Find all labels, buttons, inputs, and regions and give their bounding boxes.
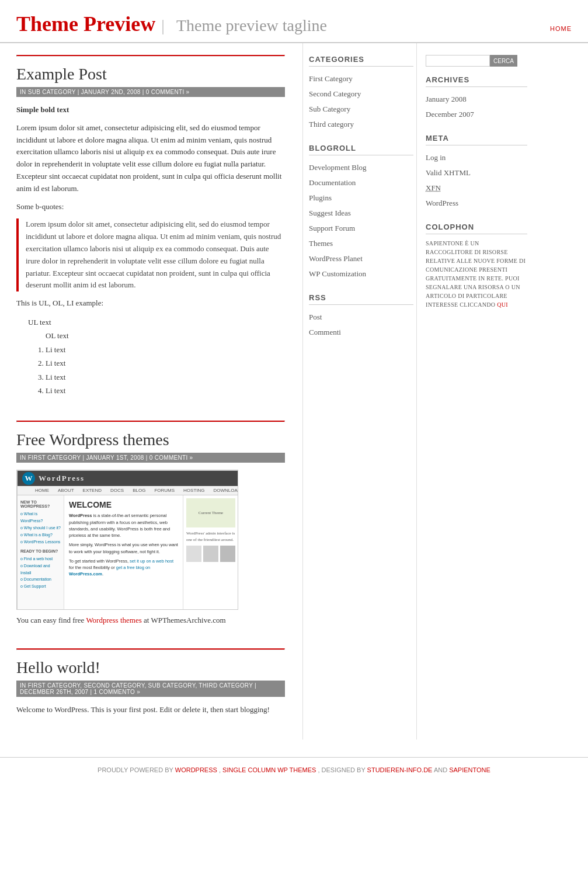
list-item: UL text OL text Li text Li text Li text … xyxy=(28,315,285,397)
list-item: Log in xyxy=(426,150,527,165)
category-link[interactable]: Third category xyxy=(309,120,354,129)
list-item: Li text xyxy=(46,356,285,370)
list-item: Documentation xyxy=(309,175,413,190)
blogroll-link[interactable]: Documentation xyxy=(309,178,356,187)
list-item: First Category xyxy=(309,71,413,86)
meta-link-xfn[interactable]: XFN xyxy=(426,183,441,192)
archive-link[interactable]: December 2007 xyxy=(426,110,474,119)
post-3: Hello world! IN FIRST CATEGORY, SECOND C… xyxy=(16,648,285,716)
list-item: WordPress Planet xyxy=(309,251,413,266)
footer-link-sapientone[interactable]: SAPIENTONE xyxy=(449,766,490,773)
list-item: January 2008 xyxy=(426,92,527,107)
rss-link[interactable]: Commenti xyxy=(309,328,341,336)
rss-heading: RSS xyxy=(309,293,413,305)
post-2-body: You can easy find free Wordpress themes … xyxy=(16,616,285,625)
archives-section: ARCHIVES January 2008 December 2007 xyxy=(426,75,527,122)
category-link[interactable]: Sub Category xyxy=(309,105,350,113)
post-3-meta: IN FIRST CATEGORY, SECOND CATEGORY, SUB … xyxy=(16,681,285,697)
search-input[interactable] xyxy=(426,55,490,67)
post-1-bold: Simple bold text xyxy=(16,104,285,116)
wp-nav-download: DOWNLOAD xyxy=(214,488,239,493)
blogroll-section: BLOGROLL Development Blog Documentation … xyxy=(309,144,413,282)
list-item: o WordPress Lessons xyxy=(20,539,61,546)
post-1-ul: UL text OL text Li text Li text Li text … xyxy=(28,315,285,397)
post-2-title: Free Wordpress themes xyxy=(16,431,285,449)
sidebar-left: CATEGORIES First Category Second Categor… xyxy=(302,43,413,740)
site-title: Theme Preview xyxy=(16,12,155,36)
meta-heading: META xyxy=(426,134,527,145)
list-item: o What is WordPress? xyxy=(20,511,61,525)
nav-home-link[interactable]: HOME xyxy=(550,25,572,32)
post-1-li-list: Li text Li text Li text Li text xyxy=(46,343,285,398)
colophon-section: COLOPHON SAPIENTONE È UN RACCOGLITORE DI… xyxy=(426,223,527,309)
post-divider-1 xyxy=(16,55,285,57)
blogroll-link[interactable]: Support Forum xyxy=(309,224,355,232)
wp-wordmark: WordPress xyxy=(39,474,85,483)
archives-heading: ARCHIVES xyxy=(426,75,527,87)
colophon-text: SAPIENTONE È UN RACCOGLITORE DI RISORSE … xyxy=(426,239,527,309)
list-item: Plugins xyxy=(309,190,413,206)
wp-thumb3 xyxy=(220,546,235,562)
post-2-meta: IN FIRST CATEGORY | JANUARY 1ST, 2008 | … xyxy=(16,453,285,463)
blogroll-link[interactable]: Plugins xyxy=(309,193,332,202)
main-wrapper: Example Post IN SUB CATEGORY | JANUARY 2… xyxy=(0,43,588,740)
blogroll-link[interactable]: WP Customization xyxy=(309,269,366,278)
post-1: Example Post IN SUB CATEGORY | JANUARY 2… xyxy=(16,55,285,397)
list-item: Second Category xyxy=(309,86,413,102)
archive-link[interactable]: January 2008 xyxy=(426,95,467,103)
list-item: o Get Support xyxy=(20,583,61,590)
search-button[interactable]: CERCA xyxy=(490,55,517,67)
category-link[interactable]: Second Category xyxy=(309,89,361,98)
blogroll-heading: BLOGROLL xyxy=(309,144,413,155)
list-item: Li text xyxy=(46,343,285,356)
footer-link-themes[interactable]: SINGLE COLUMN WP THEMES xyxy=(222,766,316,773)
list-item: Commenti xyxy=(309,325,413,340)
meta-link-xhtml[interactable]: Valid XHTML xyxy=(426,168,471,177)
rss-list: Post Commenti xyxy=(309,310,413,340)
list-item: XFN xyxy=(426,181,527,196)
blogroll-link[interactable]: Development Blog xyxy=(309,163,367,172)
footer-link-wordpress[interactable]: WORDPRESS xyxy=(175,766,217,773)
wp-setup-link: set it up on a web host xyxy=(130,558,173,564)
wordpress-themes-link[interactable]: Wordpress themes xyxy=(86,616,141,624)
wp-current-theme-preview: Current Theme xyxy=(186,498,235,527)
wp-free-blog-link: get a free blog on WordPress.com xyxy=(69,565,150,577)
meta-list: Log in Valid XHTML XFN WordPress xyxy=(426,150,527,211)
wp-logo-circle: W xyxy=(22,472,35,485)
post-2: Free Wordpress themes IN FIRST CATEGORY … xyxy=(16,421,285,625)
rss-link[interactable]: Post xyxy=(309,313,322,321)
list-item: Themes xyxy=(309,236,413,251)
post-1-title: Example Post xyxy=(16,65,285,84)
categories-list: First Category Second Category Sub Categ… xyxy=(309,71,413,132)
footer-link-studieren[interactable]: STUDIEREN-INFO.DE xyxy=(367,766,433,773)
colophon-qui-link[interactable]: QUI xyxy=(497,301,508,308)
post-1-blockquote: Lorem ipsum dolor sit amet, consectetur … xyxy=(16,218,285,291)
colophon-heading: COLOPHON xyxy=(426,223,527,234)
wp-caption: WordPress' admin interface is one of the… xyxy=(186,530,235,543)
site-header: Theme Preview | Theme preview tagline HO… xyxy=(0,0,588,43)
list-item: Valid XHTML xyxy=(426,165,527,181)
wp-nav-hosting: HOSTING xyxy=(183,488,204,493)
post-1-bquote-intro: Some b-quotes: xyxy=(16,201,285,213)
blogroll-link[interactable]: WordPress Planet xyxy=(309,254,363,263)
meta-link[interactable]: Log in xyxy=(426,153,446,162)
category-link[interactable]: First Category xyxy=(309,74,353,83)
content-area: Example Post IN SUB CATEGORY | JANUARY 2… xyxy=(16,43,297,740)
site-footer: PROUDLY POWERED BY WORDPRESS , SINGLE CO… xyxy=(0,757,588,782)
list-item: o Find a web host xyxy=(20,556,61,563)
sidebar-right: CERCA ARCHIVES January 2008 December 200… xyxy=(416,43,527,740)
archives-list: January 2008 December 2007 xyxy=(426,92,527,122)
list-item: Li text xyxy=(46,370,285,384)
blogroll-link[interactable]: Suggest Ideas xyxy=(309,209,351,217)
wp-nav-blog: BLOG xyxy=(133,488,145,493)
meta-link-wp[interactable]: WordPress xyxy=(426,199,458,207)
list-item: Sub Category xyxy=(309,102,413,117)
post-1-meta: IN SUB CATEGORY | JANUARY 2ND, 2008 | 0 … xyxy=(16,87,285,97)
wp-welcome-para3: To get started with WordPress, set it up… xyxy=(69,558,178,578)
list-item: Suggest Ideas xyxy=(309,206,413,221)
list-item: o Why should I use it? xyxy=(20,525,61,532)
wp-sidebar-links: o What is WordPress? o Why should I use … xyxy=(20,511,61,545)
blogroll-link[interactable]: Themes xyxy=(309,239,333,248)
wordpress-screenshot: W WordPress HOME ABOUT EXTEND DOCS BLOG … xyxy=(16,470,238,610)
wp-welcome-para2: More simply, WordPress is what you use w… xyxy=(69,542,178,555)
